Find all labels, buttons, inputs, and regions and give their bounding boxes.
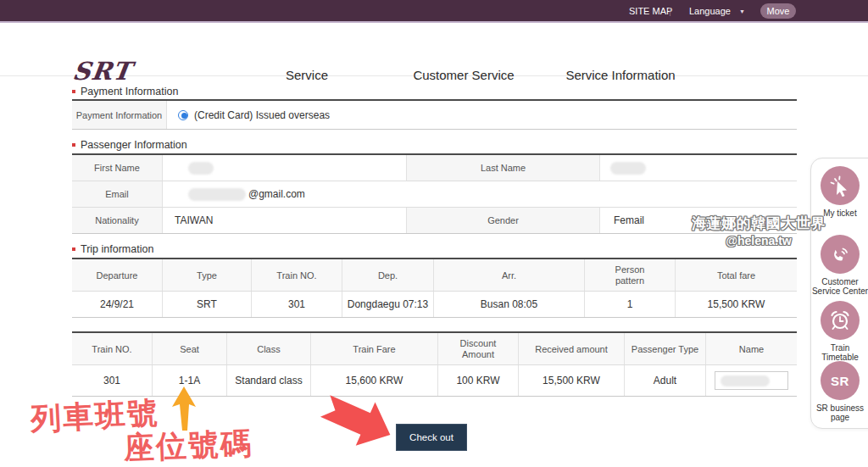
data-cell: 100 KRW xyxy=(438,365,519,396)
passenger-table: First Name Last Name Email @gmail.com Na… xyxy=(72,153,797,234)
sidebar-item-label: Train Timetable xyxy=(811,343,868,362)
payment-table: Payment Information (Credit Card) Issued… xyxy=(72,99,797,130)
sidebar-item-customer-service[interactable]: Customer Service Center xyxy=(811,235,868,296)
sidebar-item-train-timetable[interactable]: Train Timetable xyxy=(811,301,868,362)
passenger-section-title: Passenger Information xyxy=(72,139,187,151)
topbar-divider: | xyxy=(669,6,671,16)
data-cell: Adult xyxy=(625,365,706,396)
nationality-label: Nationality xyxy=(72,208,163,233)
header-cell: Passenger Type xyxy=(625,333,706,364)
redacted-first-name xyxy=(188,162,214,175)
trip-row: 24/9/21 SRT 301 Dongdaegu 07:13 Busan 08… xyxy=(72,292,797,318)
nav-customer-service[interactable]: Customer Service xyxy=(413,68,514,82)
cursor-click-icon xyxy=(821,166,860,205)
gender-value: Femail xyxy=(600,208,797,233)
section-bullet-icon xyxy=(72,143,75,147)
data-cell: 15,500 KRW xyxy=(676,292,797,317)
section-bullet-icon xyxy=(72,247,75,251)
data-cell: 301 xyxy=(72,365,153,396)
email-label: Email xyxy=(72,181,163,207)
first-name-label: First Name xyxy=(72,155,163,181)
site-header: SRT Service Customer Service Service Inf… xyxy=(0,25,868,76)
chevron-down-icon[interactable]: ▼ xyxy=(739,8,745,14)
data-cell: Standard class xyxy=(227,365,311,396)
nationality-value: TAIWAN xyxy=(163,208,407,233)
sidebar-item-label: Customer Service Center xyxy=(811,277,868,296)
move-button[interactable]: Move xyxy=(760,3,796,19)
data-cell: Busan 08:05 xyxy=(434,292,585,317)
sidebar-item-my-ticket[interactable]: My ticket xyxy=(811,166,868,218)
header-cell: Train NO. xyxy=(252,259,342,291)
header-cell: Name xyxy=(706,333,797,364)
redacted-last-name xyxy=(610,162,646,175)
red-right-arrow xyxy=(322,397,407,460)
data-cell: 301 xyxy=(252,292,342,317)
trip-table: Departure Type Train NO. Dep. Arr. Perso… xyxy=(72,258,797,318)
first-name-value xyxy=(163,155,407,181)
srt-logo[interactable]: SRT xyxy=(71,57,134,86)
payment-option-label: (Credit Card) Issued overseas xyxy=(194,109,330,121)
header-cell: Arr. xyxy=(434,259,585,291)
header-cell: Seat xyxy=(153,333,227,364)
email-domain: @gmail.com xyxy=(248,188,305,200)
header-cell: Received amount xyxy=(519,333,625,364)
header-cell: Train Fare xyxy=(311,333,438,364)
section-bullet-icon xyxy=(72,90,75,93)
nav-service-information[interactable]: Service Information xyxy=(565,68,675,82)
last-name-value xyxy=(600,155,797,181)
data-cell: 24/9/21 xyxy=(72,292,163,317)
header-cell: Class xyxy=(227,333,311,364)
redacted-name xyxy=(721,375,770,386)
redacted-email-user xyxy=(188,188,246,201)
header-cell: Departure xyxy=(72,259,163,291)
seat-table: Train NO. Seat Class Train Fare Discount… xyxy=(72,331,797,397)
annotation-train-number: 列車班號 xyxy=(30,392,160,441)
sidebar-item-label: SR business page xyxy=(811,403,868,422)
payment-section-title: Payment Information xyxy=(72,86,178,97)
payment-option-cell: (Credit Card) Issued overseas xyxy=(167,101,797,129)
gender-label: Gender xyxy=(407,208,600,233)
trip-section-title: Trip information xyxy=(72,243,153,255)
data-cell: Dongdaegu 07:13 xyxy=(342,292,434,317)
seat-row: 301 1-1A Standard class 15,600 KRW 100 K… xyxy=(72,365,797,397)
sidebar-item-sr-business[interactable]: SR SR business page xyxy=(811,361,868,422)
phone-icon xyxy=(821,235,860,274)
header-cell: Person pattern xyxy=(585,259,676,291)
language-menu[interactable]: Language xyxy=(689,6,731,16)
credit-card-radio[interactable] xyxy=(178,110,188,120)
email-value: @gmail.com xyxy=(163,181,797,207)
alarm-clock-icon xyxy=(821,301,860,340)
payment-row-label: Payment Information xyxy=(72,101,167,129)
header-cell: Train NO. xyxy=(72,333,153,364)
nav-service[interactable]: Service xyxy=(286,68,328,82)
last-name-label: Last Name xyxy=(407,155,600,181)
name-cell xyxy=(706,365,797,396)
seat-number-cell: 1-1A xyxy=(153,365,227,396)
data-cell: SRT xyxy=(163,292,252,317)
header-cell: Dep. xyxy=(342,259,434,291)
sidebar-item-label: My ticket xyxy=(811,208,868,218)
sr-icon: SR xyxy=(821,361,860,400)
quick-menu-sidebar: My ticket Customer Service Center xyxy=(810,158,868,429)
sitemap-link[interactable]: SITE MAP xyxy=(629,6,672,16)
data-cell: 1 xyxy=(585,292,676,317)
header-cell: Type xyxy=(163,259,252,291)
header-cell: Total fare xyxy=(676,259,797,291)
annotation-seat-number: 座位號碼 xyxy=(123,423,253,467)
data-cell: 15,600 KRW xyxy=(311,365,438,396)
check-out-button[interactable]: Check out xyxy=(396,424,467,451)
header-cell: Discount Amount xyxy=(438,333,519,364)
data-cell: 15,500 KRW xyxy=(519,365,625,396)
srt-booking-page: SITE MAP | Language ▼ Move SRT Service C… xyxy=(0,0,868,467)
name-input[interactable] xyxy=(715,371,788,390)
top-utility-bar: SITE MAP | Language ▼ Move xyxy=(0,0,868,23)
